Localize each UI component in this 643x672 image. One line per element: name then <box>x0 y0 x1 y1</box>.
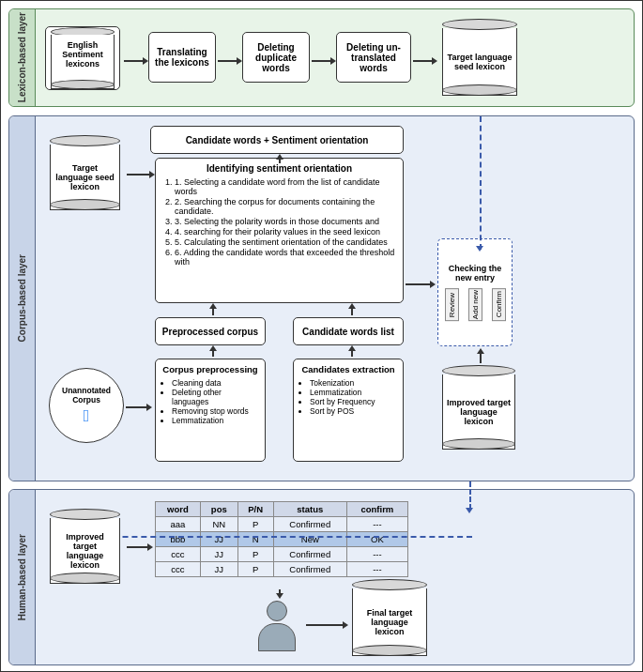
candidates-extraction-title: Candidates extraction <box>299 364 398 374</box>
target-seed-label: Target language seed lexicon <box>447 53 513 71</box>
arrow-table-person <box>276 589 283 599</box>
corpus-preprocessing-title: Corpus preprocessing <box>161 364 260 374</box>
translating-box: Translating the lexicons <box>148 32 216 83</box>
human-improved-target: Improved target language lexicon <box>45 509 125 584</box>
unannotated-corpus-circle: Unannotated Corpus  <box>49 368 124 443</box>
english-sentiments-label: English Sentiment lexicons <box>46 40 119 69</box>
step-2: 2. Searching the corpus for documents co… <box>175 197 395 216</box>
dashed-arrowhead-human <box>466 508 473 513</box>
review-label[interactable]: Review <box>445 288 459 321</box>
arrow-del-untrans-target <box>413 57 437 65</box>
preprocessed-corpus-label: Preprocessed corpus <box>162 327 258 337</box>
candidate-words-list-label: Candidate words list <box>302 327 394 337</box>
lexicon-label: Lexicon-based layer <box>9 9 36 106</box>
arrow-candidate-identifying <box>348 303 356 315</box>
col-pn: P/N <box>237 502 273 517</box>
arrow-improved-checking <box>477 348 484 363</box>
unannotated-corpus-label: Unannotated Corpus <box>50 386 123 405</box>
arrow-seed-identifying <box>127 171 155 178</box>
corpus-target-seed: Target language seed lexicon <box>45 135 125 210</box>
ce-item-1: Tokenization <box>310 378 398 388</box>
dashed-h-line-improved <box>76 536 472 538</box>
table-row: ccc JJ P Confirmed --- <box>156 562 408 577</box>
cp-item-4: Lemmatization <box>172 416 260 425</box>
improved-target-corpus-label: Improved target language lexicon <box>447 398 511 426</box>
checking-new-entry-box: Checking the new entry Review Add new Co… <box>437 238 513 346</box>
final-target-label: Final target language lexicon <box>357 608 422 636</box>
arrow-identifying-candidate <box>276 154 283 163</box>
confirm-label[interactable]: Confirm <box>492 288 506 321</box>
table-row-highlight: bbb JJ N New OK <box>156 532 408 547</box>
dashed-arrowhead-down <box>476 246 483 252</box>
arrow-english-translating <box>124 57 148 65</box>
english-sentiments-box: English Sentiment lexicons <box>45 26 120 90</box>
ce-item-2: Lemmatization <box>310 388 398 397</box>
arrow-candidatelist-checking <box>406 281 436 288</box>
corpus-preprocessing-list: Cleaning data Deleting other languages R… <box>161 378 260 425</box>
deleting-untranslated-label: Deleting un-translated words <box>340 42 407 73</box>
human-improved-label: Improved target language lexicon <box>54 532 115 570</box>
arrow-person-final <box>306 621 348 629</box>
col-word: word <box>156 502 201 517</box>
improved-target-corpus: Improved target language lexicon <box>437 365 520 450</box>
arrow-cp-preprocessed <box>209 345 217 357</box>
arrow-ce-candidatelist <box>348 345 356 357</box>
candidate-sentiment-label: Candidate words + Sentiment orientation <box>186 135 369 145</box>
data-table-container: word pos P/N status confirm aaa NN P Con… <box>155 501 408 577</box>
preprocessed-corpus-box: Preprocessed corpus <box>155 317 266 345</box>
step-3: 3. Selecting the polarity words in those… <box>175 217 395 226</box>
cp-item-1: Cleaning data <box>172 378 260 388</box>
arrow-del-dup-del-untrans <box>312 57 336 65</box>
corpus-label: Corpus-based layer <box>9 116 36 481</box>
corpus-layer: Corpus-based layer Target language seed … <box>8 115 635 481</box>
lexicon-layer: Lexicon-based layer English Sentiment le… <box>8 8 635 107</box>
identifying-sentiment-box: Identifying sentiment orientation 1. Sel… <box>155 158 404 303</box>
identifying-sentiment-title: Identifying sentiment orientation <box>163 163 395 174</box>
col-confirm: confirm <box>346 502 407 517</box>
human-layer: Human-based layer Improved target langua… <box>8 489 635 665</box>
ce-item-4: Sort by POS <box>310 406 398 416</box>
corpus-target-seed-label: Target language seed lexicon <box>54 163 115 191</box>
translating-label: Translating the lexicons <box>152 47 212 68</box>
candidates-extraction-box: Candidates extraction Tokenization Lemma… <box>293 359 404 462</box>
cp-item-2: Deleting other languages <box>172 388 260 406</box>
checking-labels-container: Review Add new Confirm <box>441 288 509 321</box>
human-label: Human-based layer <box>9 490 36 664</box>
target-seed-lexicon-box: Target language seed lexicon <box>437 19 522 96</box>
person-icon <box>253 595 300 656</box>
corpus-preprocessing-box: Corpus preprocessing Cleaning data Delet… <box>155 359 266 462</box>
col-pos: pos <box>200 502 237 517</box>
col-status: status <box>273 502 346 517</box>
arrow-unannotated-corpus <box>126 404 152 411</box>
identifying-steps-list: 1. Selecting a candidate word from the l… <box>163 177 395 267</box>
dashed-improved-to-human <box>469 481 471 510</box>
cp-item-3: Removing stop words <box>172 406 260 416</box>
table-row: aaa NN P Confirmed --- <box>156 517 408 532</box>
checking-title: Checking the new entry <box>441 264 509 283</box>
deleting-duplicate-label: Deleting duplicate words <box>246 42 306 73</box>
arrow-translating-deleting <box>218 57 242 65</box>
deleting-untranslated-box: Deleting un-translated words <box>336 32 411 83</box>
final-target-lexicon: Final target language lexicon <box>347 579 432 656</box>
arrow-improved-table <box>127 543 153 551</box>
step-5: 5. Calculating the sentiment orientation… <box>175 237 395 247</box>
step-4: 4. searching for their polarity values i… <box>175 227 395 237</box>
main-container: Lexicon-based layer English Sentiment le… <box>0 0 643 672</box>
candidate-sentiment-box: Candidate words + Sentiment orientation <box>150 126 404 154</box>
step-1: 1. Selecting a candidate word from the l… <box>175 177 395 196</box>
dashed-arrow-target-seed <box>480 116 482 250</box>
candidate-words-list-box: Candidate words list <box>293 317 404 345</box>
add-new-label[interactable]: Add new <box>468 288 482 321</box>
candidates-extraction-list: Tokenization Lemmatization Sort by Frequ… <box>299 378 398 416</box>
facebook-icon:  <box>84 406 90 426</box>
data-table: word pos P/N status confirm aaa NN P Con… <box>155 501 408 577</box>
step-6: 6. Adding the candidate words that excee… <box>175 248 395 267</box>
arrow-preprocessed-identifying <box>209 303 217 315</box>
ce-item-3: Sort by Frequency <box>310 397 398 406</box>
deleting-duplicate-box: Deleting duplicate words <box>242 32 310 83</box>
table-row: ccc JJ P Confirmed --- <box>156 547 408 562</box>
